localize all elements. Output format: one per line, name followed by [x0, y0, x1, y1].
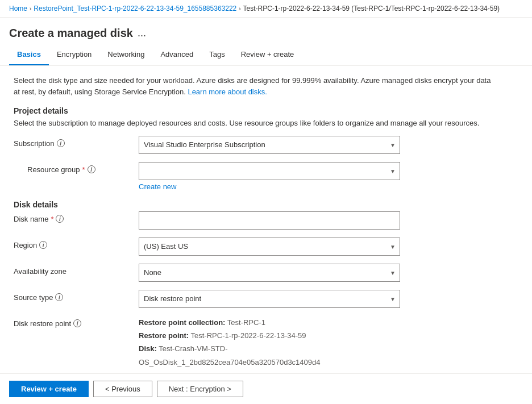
- resource-group-label: Resource group * i: [14, 162, 139, 174]
- restore-point-collection-row: Restore point collection: Test-RPC-1: [139, 316, 400, 329]
- page-title: Create a managed disk: [9, 27, 133, 40]
- availability-zone-select-wrapper: None ▼: [139, 264, 400, 282]
- region-control: (US) East US ▼: [139, 238, 400, 256]
- more-options-icon[interactable]: ...: [138, 27, 146, 39]
- tab-advanced[interactable]: Advanced: [152, 44, 201, 65]
- availability-zone-row: Availability zone None ▼: [14, 264, 498, 282]
- disk-name-label: Disk name * i: [14, 211, 139, 223]
- region-info-icon[interactable]: i: [39, 241, 47, 249]
- previous-button[interactable]: < Previous: [93, 381, 152, 397]
- source-type-info-icon[interactable]: i: [55, 293, 63, 301]
- disk-restore-point-label: Disk restore point i: [14, 316, 139, 328]
- disk-name-row: Disk name * i: [14, 211, 498, 230]
- next-button[interactable]: Next : Encryption >: [157, 381, 243, 397]
- main-content: Select the disk type and size needed for…: [0, 66, 512, 404]
- region-row: Region i (US) East US ▼: [14, 238, 498, 256]
- restore-point-row: Restore point: Test-RPC-1-rp-2022-6-22-1…: [139, 329, 400, 342]
- resource-group-select[interactable]: [139, 162, 400, 180]
- breadcrumb: Home › RestorePoint_Test-RPC-1-rp-2022-6…: [0, 0, 532, 18]
- subscription-row: Subscription i Visual Studio Enterprise …: [14, 136, 498, 154]
- disk-row: Disk: Test-Crash-VM-STD-OS_OsDisk_1_2bd8…: [139, 342, 400, 369]
- subscription-select[interactable]: Visual Studio Enterprise Subscription: [139, 136, 400, 154]
- review-create-button[interactable]: Review + create: [9, 381, 89, 397]
- region-select-wrapper: (US) East US ▼: [139, 238, 400, 256]
- tab-networking[interactable]: Networking: [99, 44, 152, 65]
- source-type-select[interactable]: Disk restore point: [139, 290, 400, 308]
- disk-name-control: [139, 211, 400, 230]
- subscription-select-wrapper: Visual Studio Enterprise Subscription ▼: [139, 136, 400, 154]
- tab-bar: Basics Encryption Networking Advanced Ta…: [0, 44, 532, 66]
- disk-name-info-icon[interactable]: i: [56, 215, 64, 223]
- breadcrumb-home[interactable]: Home: [9, 5, 27, 13]
- availability-zone-select[interactable]: None: [139, 264, 400, 282]
- source-type-label: Source type i: [14, 290, 139, 302]
- subscription-control: Visual Studio Enterprise Subscription ▼: [139, 136, 400, 154]
- tab-basics[interactable]: Basics: [9, 44, 49, 65]
- subscription-info-icon[interactable]: i: [57, 139, 65, 147]
- create-new-link[interactable]: Create new: [139, 182, 176, 191]
- availability-zone-label: Availability zone: [14, 264, 139, 276]
- learn-more-link[interactable]: Learn more about disks.: [188, 88, 267, 96]
- breadcrumb-current: Test-RPC-1-rp-2022-6-22-13-34-59 (Test-R…: [243, 5, 500, 13]
- source-type-select-wrapper: Disk restore point ▼: [139, 290, 400, 308]
- subscription-label: Subscription i: [14, 136, 139, 148]
- project-details-description: Select the subscription to manage deploy…: [14, 118, 498, 129]
- source-type-control: Disk restore point ▼: [139, 290, 400, 308]
- project-details-title: Project details: [14, 106, 498, 115]
- breadcrumb-restore-point[interactable]: RestorePoint_Test-RPC-1-rp-2022-6-22-13-…: [34, 5, 236, 13]
- tab-review-create[interactable]: Review + create: [233, 44, 302, 65]
- intro-description: Select the disk type and size needed for…: [14, 75, 498, 97]
- tab-encryption[interactable]: Encryption: [49, 44, 99, 65]
- resource-group-select-wrapper: ▼: [139, 162, 400, 180]
- footer: Review + create < Previous Next : Encryp…: [0, 373, 532, 404]
- availability-zone-control: None ▼: [139, 264, 400, 282]
- disk-name-input[interactable]: [139, 211, 400, 230]
- resource-group-row: Resource group * i ▼ Create new: [14, 162, 498, 191]
- region-select[interactable]: (US) East US: [139, 238, 400, 256]
- disk-restore-point-info-icon[interactable]: i: [73, 319, 81, 327]
- disk-details-title: Disk details: [14, 200, 498, 209]
- resource-group-control: ▼ Create new: [139, 162, 400, 191]
- resource-group-info-icon[interactable]: i: [88, 165, 95, 173]
- source-type-row: Source type i Disk restore point ▼: [14, 290, 498, 308]
- page-header: Create a managed disk ...: [0, 18, 532, 40]
- tab-tags[interactable]: Tags: [201, 44, 232, 65]
- region-label: Region i: [14, 238, 139, 249]
